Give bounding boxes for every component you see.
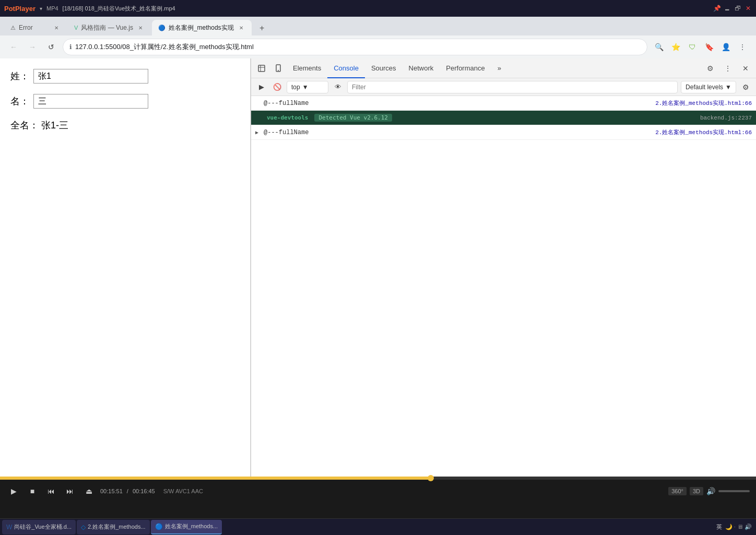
console-filter-input[interactable] — [347, 81, 678, 93]
video-filename: [18/168] 018_尚硅谷Vue技术_姓名案例.mp4 — [63, 5, 709, 13]
console-context-selector[interactable]: top ▼ — [287, 81, 328, 93]
tab-vuejs-close[interactable]: ✕ — [136, 23, 145, 32]
restore-button[interactable]: 🗗 — [734, 5, 741, 12]
svg-rect-0 — [258, 65, 265, 72]
tab-error-favicon: ⚠ — [10, 25, 16, 31]
profile-button[interactable]: 👤 — [718, 40, 733, 54]
name-label: 名： — [10, 95, 29, 108]
taskbar-item-word[interactable]: W 尚硅谷_Vue全家桶.d... — [2, 520, 76, 534]
extension-button[interactable]: 🔖 — [702, 40, 716, 54]
console-row-3-caret[interactable]: ▶ — [255, 129, 264, 136]
taskbar-item-vscode[interactable]: ◇ 2.姓名案例_methods... — [77, 520, 150, 534]
player-controls: ▶ ■ ⏮ ⏭ ⏏ 00:15:51 / 00:16:45 S/W AVC1 A… — [0, 480, 756, 503]
console-row-2-link[interactable]: backend.js:2237 — [700, 115, 752, 121]
devtools-close-button[interactable]: ✕ — [737, 60, 754, 77]
console-row-3-text: @---fullName — [264, 129, 655, 136]
tab-elements[interactable]: Elements — [287, 58, 327, 78]
console-row-1-text: @---fullName — [264, 100, 655, 107]
surname-label: 姓： — [10, 70, 29, 82]
stop-button[interactable]: ■ — [25, 484, 40, 498]
devtools-tab-bar: Elements Console Sources Network Perform… — [251, 58, 756, 78]
fullname-value: 张1-三 — [41, 120, 68, 130]
tab-main[interactable]: 🔵 姓名案例_methods实现 ✕ — [152, 20, 252, 35]
fullname-label: 全名： — [10, 120, 39, 130]
tab-vuejs-favicon: V — [74, 25, 78, 31]
refresh-button[interactable]: ↺ — [44, 40, 58, 54]
fullname-display: 全名： 张1-三 — [10, 119, 240, 132]
prev-button[interactable]: ⏮ — [44, 484, 58, 498]
devtools-tabs: Elements Console Sources Network Perform… — [287, 58, 702, 78]
taskbar-item-browser[interactable]: 🔵 姓名案例_methods... — [151, 520, 222, 534]
console-toolbar: ▶ 🚫 top ▼ 👁 Default levels ▼ ⚙ — [251, 78, 756, 96]
title-bar: PotPlayer ▾ MP4 [18/168] 018_尚硅谷Vue技术_姓名… — [0, 0, 756, 17]
address-bar[interactable]: ℹ 127.0.0.1:5500/08_计算属性/2.姓名案例_methods实… — [63, 39, 647, 55]
new-tab-button[interactable]: + — [255, 21, 269, 35]
taskbar-system-icons: 🌙 · 🖥 🔊 — [725, 524, 752, 530]
taskbar: W 尚硅谷_Vue全家桶.d... ◇ 2.姓名案例_methods... 🔵 … — [0, 518, 756, 535]
tab-vuejs[interactable]: V 风格指南 — Vue.js ✕ — [68, 20, 151, 35]
console-context-value: top — [291, 84, 300, 91]
console-row-2: vue-devtools Detected Vue v2.6.12 backen… — [251, 111, 756, 125]
console-row-3: ▶ @---fullName 2.姓名案例_methods实现.html:66 — [251, 125, 756, 140]
forward-button[interactable]: → — [25, 40, 40, 54]
player-360-button[interactable]: 360° — [668, 487, 687, 495]
tab-more[interactable]: » — [491, 58, 507, 78]
webpage-panel: 姓： 名： 全名： 张1-三 — [0, 58, 251, 477]
console-settings-button[interactable]: ⚙ — [739, 81, 752, 93]
tab-console[interactable]: Console — [327, 58, 365, 78]
progress-thumb[interactable] — [428, 475, 434, 481]
search-button[interactable]: 🔍 — [652, 40, 666, 54]
console-eye-button[interactable]: 👁 — [332, 81, 344, 93]
surname-input[interactable] — [33, 69, 148, 84]
eject-button[interactable]: ⏏ — [81, 484, 96, 498]
tab-main-close[interactable]: ✕ — [237, 23, 245, 32]
console-play-button[interactable]: ▶ — [255, 81, 268, 93]
more-button[interactable]: ⋮ — [735, 40, 750, 54]
taskbar-ime[interactable]: 英 — [716, 523, 722, 531]
title-dropdown-icon[interactable]: ▾ — [40, 6, 42, 11]
close-button[interactable]: ✕ — [745, 5, 752, 12]
player-right-controls: 360° 3D 🔊 — [668, 487, 750, 495]
bookmark-button[interactable]: ⭐ — [668, 40, 683, 54]
potplayer-logo[interactable]: PotPlayer — [4, 5, 36, 13]
devtools-device-icon[interactable] — [270, 60, 287, 77]
minimize-button[interactable]: 🗕 — [724, 5, 731, 12]
tab-main-favicon: 🔵 — [158, 25, 166, 31]
devtools-cursor-icon[interactable] — [253, 60, 270, 77]
console-block-button[interactable]: 🚫 — [271, 81, 284, 93]
console-levels-label: Default levels — [686, 84, 723, 91]
tab-sources[interactable]: Sources — [365, 58, 403, 78]
devtools-settings-button[interactable]: ⚙ — [702, 60, 718, 77]
progress-fill — [0, 477, 431, 480]
tab-network[interactable]: Network — [403, 58, 440, 78]
video-format: MP4 — [46, 5, 58, 11]
browser-action-buttons: 🔍 ⭐ 🛡 🔖 👤 ⋮ — [652, 40, 750, 54]
console-levels-arrow: ▼ — [725, 84, 731, 91]
shield-button[interactable]: 🛡 — [685, 40, 700, 54]
name-input[interactable] — [33, 94, 148, 109]
back-button[interactable]: ← — [6, 40, 21, 54]
tab-performance[interactable]: Performance — [440, 58, 491, 78]
volume-icon[interactable]: 🔊 — [706, 487, 715, 495]
console-context-arrow: ▼ — [302, 84, 309, 91]
play-button[interactable]: ▶ — [6, 484, 21, 498]
player-format-info: S/W AVC1 AAC — [163, 488, 203, 494]
taskbar-system-tray: 英 🌙 · 🖥 🔊 — [716, 523, 754, 531]
console-row-1: @---fullName 2.姓名案例_methods实现.html:66 — [251, 96, 756, 111]
progress-bar[interactable] — [0, 477, 756, 480]
volume-bar[interactable] — [718, 490, 750, 492]
console-levels-selector[interactable]: Default levels ▼ — [681, 81, 736, 93]
taskbar-browser-icon: 🔵 — [155, 523, 163, 530]
player-3d-button[interactable]: 3D — [690, 487, 703, 495]
taskbar-word-icon: W — [6, 524, 12, 531]
tab-error[interactable]: ⚠ Error ✕ — [4, 20, 67, 35]
tab-main-label: 姓名案例_methods实现 — [169, 23, 234, 32]
next-button[interactable]: ⏭ — [63, 484, 77, 498]
video-player: ▶ ■ ⏮ ⏭ ⏏ 00:15:51 / 00:16:45 S/W AVC1 A… — [0, 477, 756, 518]
console-row-3-link[interactable]: 2.姓名案例_methods实现.html:66 — [655, 128, 752, 136]
pin-button[interactable]: 📌 — [713, 5, 720, 12]
devtools-more-button[interactable]: ⋮ — [719, 60, 736, 77]
tab-error-close[interactable]: ✕ — [52, 23, 61, 32]
console-row-1-link[interactable]: 2.姓名案例_methods实现.html:66 — [655, 99, 752, 107]
taskbar-vscode-label: 2.姓名案例_methods... — [88, 523, 146, 531]
